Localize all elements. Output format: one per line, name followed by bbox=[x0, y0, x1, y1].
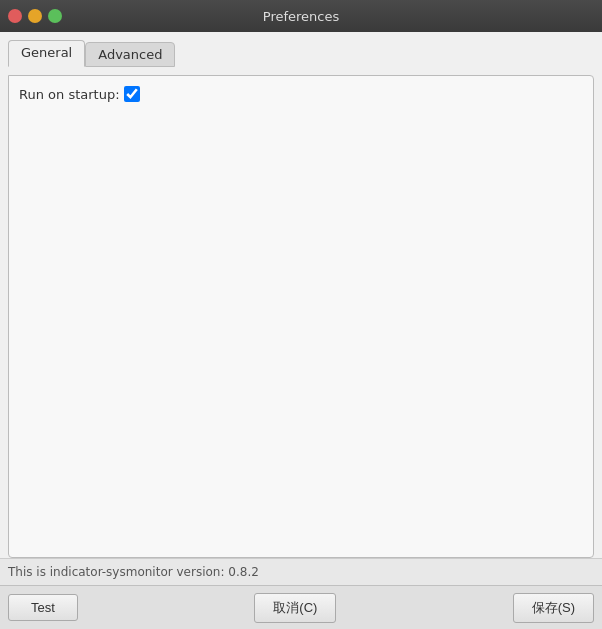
tab-advanced[interactable]: Advanced bbox=[85, 42, 175, 67]
title-bar: Preferences bbox=[0, 0, 602, 32]
main-content: General Advanced Run on startup: bbox=[0, 32, 602, 558]
cancel-button[interactable]: 取消(C) bbox=[254, 593, 336, 623]
bottom-bar: Test 取消(C) 保存(S) bbox=[0, 585, 602, 629]
run-on-startup-row: Run on startup: bbox=[19, 86, 583, 102]
tab-general[interactable]: General bbox=[8, 40, 85, 67]
run-on-startup-label: Run on startup: bbox=[19, 87, 120, 102]
maximize-button[interactable] bbox=[48, 9, 62, 23]
tabs-container: General Advanced bbox=[8, 40, 594, 67]
run-on-startup-checkbox[interactable] bbox=[124, 86, 140, 102]
close-button[interactable] bbox=[8, 9, 22, 23]
tab-panel-general: Run on startup: bbox=[8, 75, 594, 558]
save-button[interactable]: 保存(S) bbox=[513, 593, 594, 623]
window-controls bbox=[8, 9, 62, 23]
test-button[interactable]: Test bbox=[8, 594, 78, 621]
minimize-button[interactable] bbox=[28, 9, 42, 23]
window-title: Preferences bbox=[263, 9, 339, 24]
version-text: This is indicator-sysmonitor version: 0.… bbox=[0, 558, 602, 585]
